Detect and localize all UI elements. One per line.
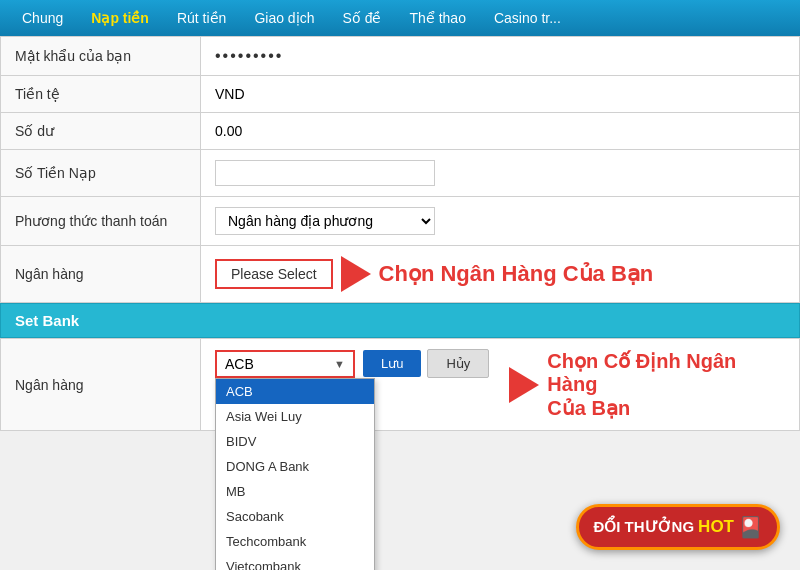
label-currency: Tiền tệ (1, 76, 201, 113)
value-balance: 0.00 (201, 113, 800, 150)
arrow-right-icon (341, 256, 371, 292)
bank-select-wrapper: ACB ▼ ACB Asia Wei Luy BIDV DONG A Bank … (215, 349, 489, 378)
nav-sode[interactable]: Số đề (330, 4, 393, 32)
value-currency: VND (201, 76, 800, 113)
value-payment: Ngân hàng địa phương (201, 197, 800, 246)
label-payment: Phương thức thanh toán (1, 197, 201, 246)
bank-option-vietcombank[interactable]: Vietcombank (216, 554, 374, 571)
bank-option-bidv[interactable]: BIDV (216, 429, 374, 454)
hot-badge-text: ĐỔI THƯỞNG (593, 518, 694, 536)
bank-option-mb[interactable]: MB (216, 479, 374, 504)
bank-select-cell: Please Select Chọn Ngân Hàng Của Bạn (201, 246, 800, 303)
form-row-amount: Số Tiền Nạp (1, 150, 800, 197)
bank-option-donga[interactable]: DONG A Bank (216, 454, 374, 479)
bank-selected-value: ACB (225, 356, 254, 372)
annotation-line2: Của Bạn (547, 396, 785, 420)
bank-dropdown: ACB Asia Wei Luy BIDV DONG A Bank MB Sac… (215, 378, 375, 571)
bank-option-asiawei[interactable]: Asia Wei Luy (216, 404, 374, 429)
please-select-button[interactable]: Please Select (215, 259, 333, 289)
set-bank-row: Ngân hàng ACB ▼ AC (1, 339, 800, 431)
hot-text: HOT (698, 517, 734, 537)
navbar: Chung Nạp tiền Rút tiền Giao dịch Số đề … (0, 0, 800, 36)
form-table: Mật khẩu của bạn ••••••••• Tiền tệ VND S… (0, 36, 800, 303)
set-bank-controls: ACB ▼ ACB Asia Wei Luy BIDV DONG A Bank … (201, 339, 800, 431)
bank-option-techcombank[interactable]: Techcombank (216, 529, 374, 554)
payment-select[interactable]: Ngân hàng địa phương (215, 207, 435, 235)
action-buttons: Lưu Hủy (363, 349, 489, 378)
bank-select-container: ACB ▼ ACB Asia Wei Luy BIDV DONG A Bank … (215, 350, 355, 378)
save-button[interactable]: Lưu (363, 350, 421, 377)
bank-annotation-row: Please Select Chọn Ngân Hàng Của Bạn (215, 256, 785, 292)
form-row-currency: Tiền tệ VND (1, 76, 800, 113)
value-password: ••••••••• (201, 37, 800, 76)
chevron-down-icon: ▼ (334, 358, 345, 370)
cancel-button[interactable]: Hủy (427, 349, 489, 378)
card-icon: 🎴 (738, 515, 763, 539)
main-content: Mật khẩu của bạn ••••••••• Tiền tệ VND S… (0, 36, 800, 431)
bank-annotation-text: Chọn Ngân Hàng Của Bạn (379, 261, 654, 287)
bank-select-box[interactable]: ACB ▼ (215, 350, 355, 378)
set-bank-section: Set Bank Ngân hàng ACB ▼ (0, 303, 800, 431)
form-row-balance: Số dư 0.00 (1, 113, 800, 150)
set-bank-annotation: Chọn Cố Định Ngân Hàng Của Bạn (499, 349, 785, 420)
label-bank: Ngân hàng (1, 246, 201, 303)
set-bank-table: Ngân hàng ACB ▼ AC (0, 338, 800, 431)
form-row-bank: Ngân hàng Please Select Chọn Ngân Hàng C… (1, 246, 800, 303)
nav-thethao[interactable]: Thể thao (397, 4, 477, 32)
label-password: Mật khẩu của bạn (1, 37, 201, 76)
amount-input[interactable] (215, 160, 435, 186)
set-bank-header: Set Bank (0, 303, 800, 338)
nav-giaodich[interactable]: Giao dịch (242, 4, 326, 32)
label-balance: Số dư (1, 113, 201, 150)
value-amount (201, 150, 800, 197)
annotation-line1: Chọn Cố Định Ngân Hàng (547, 349, 785, 396)
bank-option-acb[interactable]: ACB (216, 379, 374, 404)
form-row-password: Mật khẩu của bạn ••••••••• (1, 37, 800, 76)
nav-casino[interactable]: Casino tr... (482, 4, 573, 32)
arrow-right-icon-2 (509, 367, 539, 403)
set-bank-label: Ngân hàng (1, 339, 201, 431)
set-bank-annotation-text: Chọn Cố Định Ngân Hàng Của Bạn (547, 349, 785, 420)
nav-naptien[interactable]: Nạp tiền (79, 4, 161, 32)
label-amount: Số Tiền Nạp (1, 150, 201, 197)
bank-option-sacobank[interactable]: Sacobank (216, 504, 374, 529)
hot-badge[interactable]: ĐỔI THƯỞNG HOT 🎴 (576, 504, 780, 550)
nav-ruttien[interactable]: Rút tiền (165, 4, 238, 32)
form-row-payment: Phương thức thanh toán Ngân hàng địa phư… (1, 197, 800, 246)
nav-chung[interactable]: Chung (10, 4, 75, 32)
